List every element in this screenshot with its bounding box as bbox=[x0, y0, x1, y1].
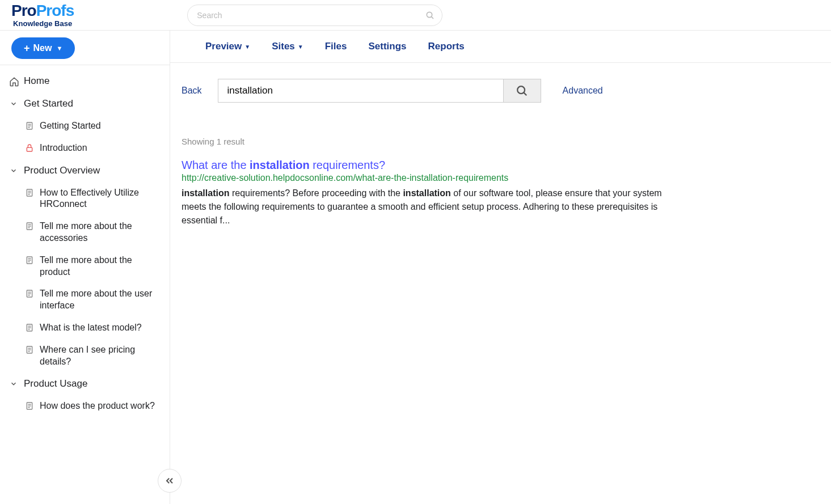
tab-reports[interactable]: Reports bbox=[428, 41, 465, 52]
snippet-text: requirements? Before proceeding with the bbox=[229, 188, 403, 198]
sidebar-item-label: Tell me more about the user interface bbox=[40, 288, 161, 312]
sidebar-item-label: Introduction bbox=[40, 142, 87, 154]
logo-text: ProProfs bbox=[11, 3, 74, 19]
global-search-input[interactable] bbox=[187, 5, 442, 26]
tab-label: Files bbox=[325, 41, 347, 52]
tab-files[interactable]: Files bbox=[325, 41, 347, 52]
tab-sites[interactable]: Sites ▼ bbox=[272, 41, 303, 52]
sidebar-section-product-usage[interactable]: Product Usage bbox=[0, 372, 170, 395]
inline-search bbox=[218, 79, 541, 103]
svg-point-35 bbox=[517, 86, 525, 94]
sidebar-item-product[interactable]: Tell me more about the product bbox=[0, 249, 170, 283]
sidebar-item-label: How does the product work? bbox=[40, 400, 155, 412]
logo[interactable]: ProProfs Knowledge Base bbox=[11, 3, 74, 27]
result-title-post: requirements? bbox=[310, 159, 385, 171]
sidebar-item-home[interactable]: Home bbox=[0, 70, 170, 92]
top-nav-tabs: Preview ▼ Sites ▼ Files Settings Reports bbox=[170, 31, 831, 63]
sidebar-item-label: How to Effectively Utilize HRConnect bbox=[40, 187, 161, 211]
document-icon bbox=[25, 401, 34, 410]
document-icon bbox=[25, 323, 34, 332]
sidebar-item-accessories[interactable]: Tell me more about the accessories bbox=[0, 215, 170, 249]
inline-search-input[interactable] bbox=[218, 79, 503, 102]
svg-point-0 bbox=[427, 12, 432, 17]
sidebar-item-getting-started[interactable]: Getting Started bbox=[0, 115, 170, 137]
sidebar-item-label: Tell me more about the accessories bbox=[40, 221, 161, 244]
sidebar-item-label: Tell me more about the product bbox=[40, 255, 161, 278]
sidebar-section-label: Product Usage bbox=[24, 378, 87, 389]
result-count: Showing 1 result bbox=[182, 137, 808, 146]
logo-part2: Profs bbox=[36, 2, 74, 19]
tab-label: Preview bbox=[205, 41, 242, 52]
chevron-down-icon: ▼ bbox=[56, 45, 62, 52]
new-button[interactable]: + New ▼ bbox=[11, 37, 75, 59]
result-snippet: installation requirements? Before procee… bbox=[182, 187, 686, 227]
sidebar-item-user-interface[interactable]: Tell me more about the user interface bbox=[0, 283, 170, 317]
svg-rect-6 bbox=[27, 147, 32, 151]
document-icon bbox=[25, 345, 34, 354]
document-icon bbox=[25, 222, 34, 231]
document-icon bbox=[25, 188, 34, 197]
result-title-pre: What are the bbox=[182, 159, 250, 171]
tab-label: Settings bbox=[368, 41, 406, 52]
top-header: ProProfs Knowledge Base bbox=[0, 0, 831, 31]
search-icon[interactable] bbox=[425, 11, 435, 20]
sidebar-item-label: Where can I see pricing details? bbox=[40, 344, 161, 368]
sidebar-item-label: What is the latest model? bbox=[40, 322, 142, 334]
sidebar-section-label: Product Overview bbox=[24, 165, 100, 176]
sidebar-tree[interactable]: Home Get Started Getting Started Introd bbox=[0, 65, 170, 504]
plus-icon: + bbox=[24, 43, 30, 54]
inline-search-button[interactable] bbox=[503, 79, 541, 102]
sidebar-item-label: Home bbox=[24, 75, 49, 87]
tab-preview[interactable]: Preview ▼ bbox=[205, 41, 250, 52]
chevron-down-icon bbox=[9, 166, 18, 175]
sidebar-item-introduction[interactable]: Introduction bbox=[0, 137, 170, 159]
sidebar-section-product-overview[interactable]: Product Overview bbox=[0, 159, 170, 182]
logo-subtitle: Knowledge Base bbox=[11, 20, 74, 27]
advanced-search-link[interactable]: Advanced bbox=[563, 86, 603, 96]
sidebar-item-latest-model[interactable]: What is the latest model? bbox=[0, 317, 170, 339]
sidebar-item-label: Getting Started bbox=[40, 120, 101, 132]
back-link[interactable]: Back bbox=[182, 86, 202, 96]
document-icon bbox=[25, 121, 34, 130]
result-url[interactable]: http://creative-solution.helpdocsonline.… bbox=[182, 173, 808, 183]
chevron-double-left-icon bbox=[164, 475, 175, 486]
tab-settings[interactable]: Settings bbox=[368, 41, 406, 52]
result-title-link[interactable]: What are the installation requirements? bbox=[182, 159, 808, 172]
chevron-down-icon bbox=[9, 379, 18, 388]
sidebar-item-how-works[interactable]: How does the product work? bbox=[0, 395, 170, 417]
search-icon bbox=[516, 84, 528, 97]
tab-label: Reports bbox=[428, 41, 465, 52]
sidebar-section-get-started[interactable]: Get Started bbox=[0, 92, 170, 115]
logo-part1: Pro bbox=[11, 2, 36, 19]
document-icon bbox=[25, 289, 34, 298]
sidebar-item-pricing[interactable]: Where can I see pricing details? bbox=[0, 339, 170, 373]
document-icon bbox=[25, 256, 34, 265]
collapse-sidebar-button[interactable] bbox=[158, 469, 182, 493]
snippet-highlight: installation bbox=[403, 188, 450, 198]
new-button-label: New bbox=[33, 43, 52, 53]
snippet-highlight: installation bbox=[182, 188, 229, 198]
tab-label: Sites bbox=[272, 41, 295, 52]
sidebar-item-hrconnect[interactable]: How to Effectively Utilize HRConnect bbox=[0, 182, 170, 216]
chevron-down-icon: ▼ bbox=[244, 44, 250, 50]
sidebar: + New ▼ Home Get Started bbox=[0, 31, 170, 504]
search-result: What are the installation requirements? … bbox=[182, 159, 808, 227]
result-title-highlight: installation bbox=[250, 159, 310, 171]
svg-line-1 bbox=[432, 16, 433, 18]
search-bar-row: Back Advanced bbox=[182, 79, 808, 103]
svg-line-36 bbox=[524, 93, 527, 96]
lock-icon bbox=[25, 143, 34, 153]
global-search bbox=[187, 5, 442, 26]
chevron-down-icon bbox=[9, 99, 18, 108]
chevron-down-icon: ▼ bbox=[298, 44, 303, 50]
sidebar-section-label: Get Started bbox=[24, 98, 73, 109]
home-icon bbox=[9, 77, 18, 86]
main-content: Preview ▼ Sites ▼ Files Settings Reports… bbox=[170, 31, 831, 504]
